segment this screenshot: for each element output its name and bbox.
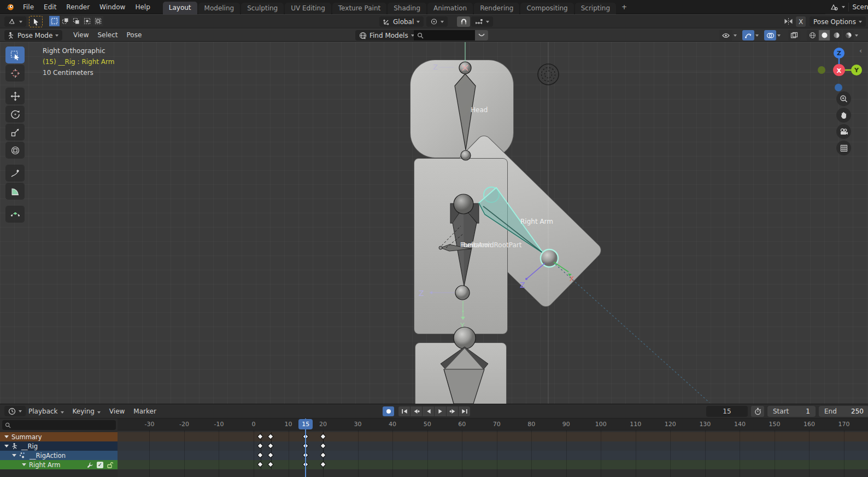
pose-options-dropdown[interactable]: Pose Options (810, 16, 866, 27)
previous-keyframe-button[interactable] (410, 406, 422, 416)
shading-material-button[interactable] (831, 30, 842, 40)
channel-summary[interactable]: Summary (0, 432, 118, 441)
shoulder-sphere[interactable] (454, 194, 473, 214)
tool-cursor[interactable] (5, 65, 25, 82)
waist-sphere[interactable] (455, 286, 470, 300)
camera-view-button[interactable] (836, 124, 851, 139)
menu-render[interactable]: Render (61, 0, 95, 14)
model-search-field[interactable] (414, 30, 475, 40)
shading-wireframe-button[interactable] (807, 30, 818, 40)
jump-to-start-button[interactable] (398, 406, 410, 416)
channel--rigaction[interactable]: __RigAction (0, 451, 118, 460)
blender-logo-icon[interactable] (5, 3, 15, 11)
navigation-gizmo[interactable]: Z X Y (814, 46, 865, 94)
transform-orientation-dropdown[interactable]: Global (379, 16, 424, 27)
disclosure-triangle-icon[interactable] (4, 445, 9, 447)
pan-hand-button[interactable] (836, 108, 851, 123)
panel-expand-button[interactable] (475, 30, 488, 40)
snapping-toggle[interactable] (457, 16, 470, 27)
play-forward-button[interactable] (435, 406, 446, 416)
modifier-wrench-icon[interactable] (87, 462, 93, 468)
menu-file[interactable]: File (18, 0, 39, 14)
jump-to-end-button[interactable] (459, 406, 470, 416)
timeline-ruler[interactable]: -30-20-100102030405060708090100110120130… (118, 418, 868, 431)
disclosure-triangle-icon[interactable] (4, 435, 9, 438)
select-mode-extend[interactable] (60, 16, 71, 26)
current-frame-field[interactable]: 15 (706, 406, 748, 417)
sidebar-toggle-arrow[interactable]: ‹ (859, 46, 862, 55)
ruler-tick-20: 20 (314, 421, 332, 428)
leg-bone[interactable] (444, 369, 484, 404)
channel-enable-checkbox[interactable]: ✓ (97, 462, 103, 468)
scene-name[interactable]: Scene (852, 3, 868, 11)
channel--rig[interactable]: __Rig (0, 441, 118, 451)
zoom-button[interactable] (836, 91, 851, 106)
timeline-menu-view[interactable]: View (105, 404, 129, 418)
play-reverse-button[interactable] (423, 406, 434, 416)
tab-texture-paint[interactable]: Texture Paint (332, 3, 386, 14)
viewport-3d[interactable]: Z Head HumanoidRootPart Left Arm Torso (0, 42, 868, 404)
tool-transform[interactable] (5, 142, 25, 159)
start-frame-field[interactable]: Start1 (767, 406, 816, 417)
record-button[interactable] (383, 406, 394, 416)
find-models-dropdown[interactable]: Find Models (355, 30, 418, 40)
grid-ortho-button[interactable] (836, 141, 851, 155)
select-mode-intersect[interactable] (93, 16, 103, 26)
editor-type-button[interactable] (4, 16, 26, 27)
lock-open-icon[interactable] (107, 462, 113, 468)
disclosure-triangle-icon[interactable] (12, 454, 16, 457)
tab-layout[interactable]: Layout (163, 2, 197, 14)
menu-edit[interactable]: Edit (39, 0, 61, 14)
timeline-editor-type-button[interactable] (4, 406, 26, 416)
tab-compositing[interactable]: Compositing (520, 3, 573, 14)
snap-settings-dropdown[interactable] (471, 16, 493, 27)
tab-uv-editing[interactable]: UV Editing (285, 3, 331, 14)
channel-right-arm[interactable]: Right Arm✓ (0, 460, 118, 469)
hip-sphere[interactable] (454, 327, 476, 349)
channel-search-field[interactable] (2, 420, 116, 430)
add-workspace-button[interactable]: + (617, 3, 631, 11)
show-overlays-toggle[interactable] (764, 30, 776, 40)
tab-animation[interactable]: Animation (427, 3, 473, 14)
viewport-menu-select[interactable]: Select (93, 29, 122, 42)
pivot-point-dropdown[interactable] (426, 16, 448, 27)
next-keyframe-button[interactable] (447, 406, 458, 416)
tool-annotate[interactable] (5, 165, 25, 182)
tab-sculpting[interactable]: Sculpting (241, 3, 284, 14)
mirror-x-toggle[interactable]: X (796, 16, 806, 27)
menu-help[interactable]: Help (130, 0, 155, 14)
tab-modeling[interactable]: Modeling (198, 3, 241, 14)
tool-pose-breakdowner[interactable] (5, 206, 25, 223)
viewport-menu-view[interactable]: View (69, 29, 93, 42)
timeline-menu-marker[interactable]: Marker (129, 404, 160, 418)
playhead-frame-label[interactable]: 15 (298, 419, 313, 429)
mode-dropdown[interactable]: Pose Mode (4, 30, 62, 40)
disclosure-triangle-icon[interactable] (22, 463, 26, 466)
tab-scripting[interactable]: Scripting (575, 3, 616, 14)
timeline-menu-playback[interactable]: Playback (24, 404, 68, 418)
shading-rendered-button[interactable] (843, 30, 854, 40)
viewport-menu-pose[interactable]: Pose (122, 29, 146, 42)
tab-rendering[interactable]: Rendering (474, 3, 519, 14)
tool-scale[interactable] (5, 124, 25, 141)
menu-window[interactable]: Window (95, 0, 130, 14)
object-visibility-dropdown[interactable] (719, 30, 732, 40)
shading-solid-button[interactable] (819, 30, 830, 40)
tab-shading[interactable]: Shading (388, 3, 426, 14)
tool-rotate[interactable] (5, 106, 25, 123)
select-mode-set[interactable] (49, 16, 60, 26)
timeline-menu-keying[interactable]: Keying (68, 404, 105, 418)
scene-selector[interactable]: Scene (825, 0, 868, 14)
tool-select-box[interactable] (5, 46, 25, 63)
stopwatch-icon[interactable] (751, 406, 764, 417)
show-gizmo-toggle[interactable] (742, 30, 754, 40)
tool-move[interactable] (5, 88, 25, 104)
select-mode-invert[interactable] (82, 16, 92, 26)
tool-measure[interactable] (5, 183, 25, 200)
xray-toggle[interactable] (788, 30, 800, 40)
neck-sphere[interactable] (461, 150, 471, 160)
end-frame-field[interactable]: End250 (819, 406, 868, 417)
keyframe-area[interactable] (118, 431, 868, 477)
select-mode-subtract[interactable] (71, 16, 81, 26)
active-tool-tweak-icon[interactable] (29, 16, 43, 27)
